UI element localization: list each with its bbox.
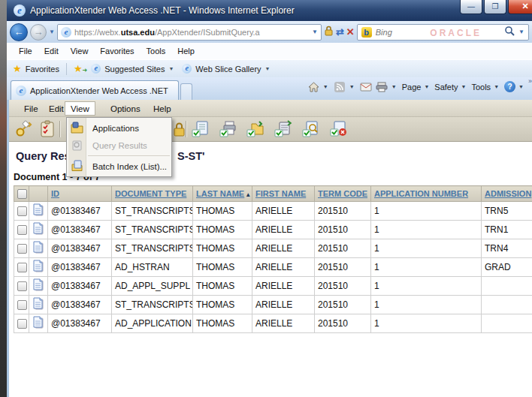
suggested-sites-icon: e	[91, 64, 101, 74]
menu-item-batch-index-list[interactable]: Batch Index (List)...	[67, 158, 171, 175]
cell-id[interactable]: @01383467	[48, 295, 112, 314]
title-bar[interactable]: e ApplicationXtender Web Access .NET - W…	[7, 0, 532, 21]
search-dropdown-icon[interactable]: ▼	[518, 29, 524, 35]
document-icon[interactable]	[32, 283, 44, 293]
cell-last-name: THOMAS	[193, 295, 252, 314]
menu-item-applications[interactable]: Applications	[67, 119, 171, 137]
logout-key-icon[interactable]	[14, 119, 33, 139]
browser-menu-edit[interactable]: Edit	[38, 44, 65, 58]
document-icon[interactable]	[32, 302, 44, 312]
minimize-button[interactable]: —	[460, 0, 482, 14]
document-icon[interactable]	[32, 227, 44, 237]
cell-id[interactable]: @01383467	[48, 220, 112, 239]
safety-dropdown-icon[interactable]: ▼	[461, 84, 467, 89]
cell-id[interactable]: @01383467	[48, 257, 112, 276]
open-selected-document-icon[interactable]	[190, 119, 210, 139]
print-dropdown-icon[interactable]: ▼	[391, 84, 397, 89]
row-checkbox[interactable]	[17, 300, 27, 310]
col-header-first-name[interactable]: FIRST NAME	[252, 186, 315, 202]
document-icon[interactable]	[32, 320, 44, 331]
cell-id[interactable]: @01383467	[48, 239, 112, 257]
print-selected-icon[interactable]	[218, 119, 237, 139]
suggested-sites-button[interactable]: Suggested Sites	[104, 65, 165, 74]
suggested-sites-dropdown-icon[interactable]: ▼	[168, 66, 174, 71]
col-header-id[interactable]: ID	[48, 186, 112, 202]
delete-selected-icon[interactable]	[328, 119, 348, 139]
browser-menu-tools[interactable]: Tools	[141, 44, 172, 58]
col-header-term-code[interactable]: TERM CODE	[315, 186, 371, 202]
favorites-button[interactable]: Favorites	[26, 65, 59, 74]
cell-id[interactable]: @01383467	[48, 314, 112, 332]
row-select-cell	[14, 239, 29, 257]
new-query-icon[interactable]	[38, 119, 57, 139]
stop-button[interactable]: ✕	[346, 26, 355, 38]
safety-menu-button[interactable]: Safety	[434, 83, 458, 92]
address-bar[interactable]: e https://webx.utsa.edu/AppXtender/ISubm…	[57, 24, 322, 41]
row-checkbox[interactable]	[17, 244, 27, 254]
help-dropdown-icon[interactable]: ▼	[518, 84, 524, 89]
close-button[interactable]: ✕	[508, 0, 532, 14]
refresh-button[interactable]: ⇄	[336, 26, 344, 38]
back-button[interactable]: ←	[10, 23, 28, 41]
tools-dropdown-icon[interactable]: ▼	[494, 84, 499, 89]
search-magnifier-icon[interactable]	[504, 26, 515, 39]
forward-button[interactable]: →	[30, 24, 47, 41]
select-all-checkbox[interactable]	[17, 189, 27, 199]
cell-application-number: 1	[371, 314, 482, 332]
rss-dropdown-icon[interactable]: ▼	[349, 84, 355, 89]
cell-id[interactable]: @01383467	[48, 201, 112, 220]
app-menu-help[interactable]: Help	[148, 101, 177, 116]
add-favorite-icon[interactable]: ★➜	[74, 63, 87, 74]
url-text[interactable]: https://webx.utsa.edu/AppXtender/ISubmit…	[74, 28, 309, 37]
col-header-document-type[interactable]: DOCUMENT TYPE	[112, 186, 193, 202]
cell-document-type: AD_APPLICATION	[112, 314, 193, 332]
web-slice-gallery-button[interactable]: Web Slice Gallery	[195, 65, 261, 74]
browser-menu-file[interactable]: File	[13, 44, 38, 58]
cell-id[interactable]: @01383467	[48, 276, 112, 295]
col-header-last-name[interactable]: LAST NAME▲	[193, 186, 252, 202]
maximize-button[interactable]: ❐	[484, 0, 506, 14]
new-tab-stub[interactable]	[180, 83, 192, 100]
app-menu-file[interactable]: File	[19, 101, 44, 116]
col-header-admission[interactable]: ADMISSION	[482, 186, 532, 202]
search-box[interactable]: b Bing ORACLE ▼	[357, 24, 529, 41]
row-checkbox[interactable]	[17, 281, 27, 291]
home-icon[interactable]	[307, 81, 320, 92]
read-mail-icon[interactable]	[360, 81, 373, 92]
col-header-application-number[interactable]: APPLICATION NUMBER	[371, 186, 482, 202]
security-lock-icon[interactable]	[324, 26, 334, 39]
web-slice-dropdown-icon[interactable]: ▼	[265, 66, 271, 71]
document-icon[interactable]	[32, 208, 44, 218]
toolbar-overflow-icon[interactable]: »	[528, 77, 532, 85]
ie-window: e ApplicationXtender Web Access .NET - W…	[7, 0, 532, 397]
history-dropdown-icon[interactable]: ▼	[49, 29, 55, 35]
app-menu-options[interactable]: Options	[105, 101, 146, 116]
tools-menu-button[interactable]: Tools	[471, 83, 491, 92]
batch-list-selected-icon[interactable]	[273, 119, 292, 139]
app-menu-view[interactable]: View	[65, 101, 95, 116]
print-icon[interactable]	[376, 81, 388, 92]
export-selected-icon[interactable]	[245, 119, 264, 139]
browser-menu-view[interactable]: View	[65, 44, 95, 58]
menu-divider	[88, 155, 170, 156]
cell-first-name: ARIELLE	[252, 295, 315, 314]
browser-menu-favorites[interactable]: Favorites	[94, 44, 140, 58]
row-checkbox[interactable]	[17, 225, 27, 235]
row-checkbox[interactable]	[17, 263, 27, 272]
help-icon[interactable]: ?	[504, 81, 515, 92]
browser-menu-help[interactable]: Help	[171, 44, 201, 58]
address-dropdown-icon[interactable]: ▼	[312, 29, 318, 35]
row-checkbox[interactable]	[17, 319, 27, 329]
menu-item-query-results[interactable]: Query Results	[67, 137, 171, 154]
cell-document-type: AD_HSTRAN	[112, 257, 193, 276]
document-icon[interactable]	[32, 264, 44, 275]
page-dropdown-icon[interactable]: ▼	[424, 84, 429, 89]
browser-tab[interactable]: e ApplicationXtender Web Access .NET	[11, 80, 179, 100]
home-dropdown-icon[interactable]: ▼	[323, 84, 328, 89]
page-menu-button[interactable]: Page	[402, 83, 422, 92]
row-checkbox[interactable]	[17, 206, 27, 216]
cell-last-name: THOMAS	[193, 257, 252, 276]
document-icon[interactable]	[32, 245, 44, 256]
view-properties-selected-icon[interactable]	[301, 119, 320, 139]
rss-feed-icon[interactable]	[334, 81, 346, 92]
